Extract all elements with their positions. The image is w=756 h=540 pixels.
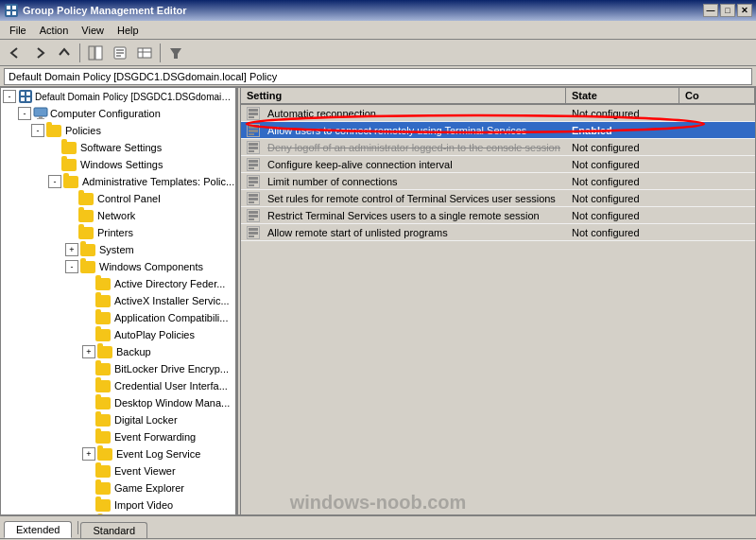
- tree-expand-root[interactable]: -: [3, 90, 16, 103]
- cell-setting-text: Limit number of connections: [267, 176, 398, 187]
- tree-digital-locker[interactable]: Digital Locker: [1, 411, 235, 428]
- toolbar-separator-1: [79, 44, 80, 62]
- tree-system[interactable]: + System: [1, 241, 235, 258]
- tree-software-settings[interactable]: Software Settings: [1, 139, 235, 156]
- svg-rect-2: [12, 6, 16, 9]
- tree-game-explorer-label: Game Explorer: [114, 482, 184, 494]
- tree-policies[interactable]: - Policies: [1, 122, 235, 139]
- svg-rect-22: [37, 118, 44, 119]
- tree-computer-config[interactable]: - Computer Configuration: [1, 105, 235, 122]
- tree-admin-templates[interactable]: - Administrative Templates: Polic...: [1, 173, 235, 190]
- folder-icon-sys: [80, 244, 95, 256]
- folder-icon: [46, 125, 61, 137]
- tree-activex[interactable]: ActiveX Installer Servic...: [1, 292, 235, 309]
- tree-event-forwarding[interactable]: Event Forwarding: [1, 428, 235, 445]
- folder-icon-ap: [95, 329, 111, 341]
- filter-button[interactable]: [164, 43, 187, 63]
- tree-event-viewer[interactable]: Event Viewer: [1, 462, 235, 479]
- tree-printers[interactable]: Printers: [1, 224, 235, 241]
- properties-button[interactable]: [109, 43, 131, 63]
- extend-view-button[interactable]: [133, 43, 156, 63]
- tree-network-label: Network: [97, 210, 135, 221]
- menu-action[interactable]: Action: [34, 23, 75, 38]
- svg-rect-21: [39, 116, 43, 118]
- title-bar: Group Policy Management Editor — □ ✕: [0, 0, 756, 21]
- svg-rect-30: [249, 147, 258, 149]
- list-row[interactable]: Limit number of connectionsNot configure…: [241, 173, 755, 190]
- folder-icon-dw: [95, 397, 111, 409]
- show-hide-button[interactable]: [84, 43, 107, 63]
- column-header-setting[interactable]: Setting: [241, 88, 566, 103]
- menu-view[interactable]: View: [76, 23, 110, 38]
- list-row[interactable]: Automatic reconnectionNot configured: [241, 105, 755, 122]
- tree-expand-system[interactable]: +: [65, 243, 78, 256]
- tree-computer-label: Computer Configuration: [50, 108, 161, 119]
- tree-expand-policies[interactable]: -: [31, 124, 44, 137]
- column-header-state[interactable]: State: [566, 88, 679, 103]
- tree-pane: - Default Domain Policy [DSGDC1.DSGdomai…: [1, 88, 237, 514]
- tree-network[interactable]: Network: [1, 207, 235, 224]
- tree-control-panel[interactable]: Control Panel: [1, 190, 235, 207]
- tree-event-forwarding-label: Event Forwarding: [114, 431, 196, 443]
- tab-standard[interactable]: Standard: [80, 522, 147, 538]
- menu-help[interactable]: Help: [112, 23, 145, 38]
- address-bar: Default Domain Policy [DSGDC1.DSGdomain.…: [0, 66, 756, 87]
- tree-bitlocker[interactable]: BitLocker Drive Encryp...: [1, 360, 235, 377]
- folder-icon-iv: [95, 499, 111, 512]
- tree-backup[interactable]: + Backup: [1, 343, 235, 360]
- tree-internet-explorer[interactable]: + Internet Explorer: [1, 514, 235, 514]
- svg-rect-5: [89, 46, 94, 60]
- row-icon: [247, 124, 260, 137]
- tree-desktop-window[interactable]: Desktop Window Mana...: [1, 394, 235, 411]
- tab-extended[interactable]: Extended: [4, 521, 72, 538]
- list-row[interactable]: Allow users to connect remotely using Te…: [241, 122, 755, 139]
- cell-state: Not configured: [566, 175, 679, 188]
- maximize-button[interactable]: □: [720, 4, 735, 17]
- tree-expand-eventlog[interactable]: +: [82, 447, 95, 461]
- list-row[interactable]: Allow remote start of unlisted programsN…: [241, 224, 755, 241]
- list-row[interactable]: Configure keep-alive connection interval…: [241, 156, 755, 173]
- tree-expand-backup[interactable]: +: [82, 345, 95, 358]
- folder-icon-ge: [95, 482, 111, 495]
- tree-ad-feder[interactable]: Active Directory Feder...: [1, 275, 235, 292]
- tree-desktop-window-label: Desktop Window Mana...: [114, 397, 230, 409]
- svg-rect-26: [249, 126, 258, 129]
- back-button[interactable]: [4, 43, 26, 63]
- up-button[interactable]: [53, 43, 76, 63]
- tree-import-video[interactable]: Import Video: [1, 496, 235, 514]
- tree-windows-components[interactable]: - Windows Components: [1, 258, 235, 275]
- list-pane-wrapper: Setting State Co Automatic reconnectionN…: [241, 88, 755, 514]
- address-field[interactable]: Default Domain Policy [DSGDC1.DSGdomain.…: [4, 68, 752, 85]
- list-row[interactable]: Deny logoff of an administrator logged-i…: [241, 139, 755, 156]
- svg-rect-41: [249, 211, 258, 214]
- tree-root[interactable]: - Default Domain Policy [DSGDC1.DSGdomai…: [1, 88, 235, 105]
- tree-windows-settings[interactable]: Windows Settings: [1, 156, 235, 173]
- tree-credential[interactable]: Credential User Interfa...: [1, 377, 235, 394]
- minimize-button[interactable]: —: [703, 4, 718, 17]
- svg-rect-3: [7, 11, 10, 15]
- row-icon: [247, 226, 260, 239]
- svg-rect-36: [249, 181, 258, 183]
- folder-icon-bl: [95, 363, 111, 375]
- close-button[interactable]: ✕: [737, 4, 752, 17]
- list-row[interactable]: Set rules for remote control of Terminal…: [241, 190, 755, 207]
- tree-expand-admin[interactable]: -: [48, 175, 61, 188]
- svg-rect-44: [249, 228, 258, 231]
- cell-state: Not configured: [566, 141, 679, 154]
- tree-game-explorer[interactable]: Game Explorer: [1, 479, 235, 496]
- tree-expand-wincomp[interactable]: -: [65, 260, 78, 273]
- tree-app-compat[interactable]: Application Compatibili...: [1, 309, 235, 326]
- tree-expand-computer[interactable]: -: [18, 107, 31, 120]
- tree-autoplay[interactable]: AutoPlay Policies: [1, 326, 235, 343]
- cell-comment: [679, 164, 755, 165]
- tree-event-log[interactable]: + Event Log Service: [1, 445, 235, 462]
- tree-digital-locker-label: Digital Locker: [114, 414, 178, 426]
- list-header: Setting State Co: [241, 88, 755, 105]
- menu-file[interactable]: File: [4, 23, 32, 38]
- forward-button[interactable]: [28, 43, 51, 63]
- column-header-comment[interactable]: Co: [679, 88, 755, 103]
- list-row[interactable]: Restrict Terminal Services users to a si…: [241, 207, 755, 224]
- cell-comment: [679, 130, 755, 131]
- cell-setting-text: Automatic reconnection: [267, 108, 376, 119]
- list-scroll-area[interactable]: Automatic reconnectionNot configuredAllo…: [241, 105, 755, 514]
